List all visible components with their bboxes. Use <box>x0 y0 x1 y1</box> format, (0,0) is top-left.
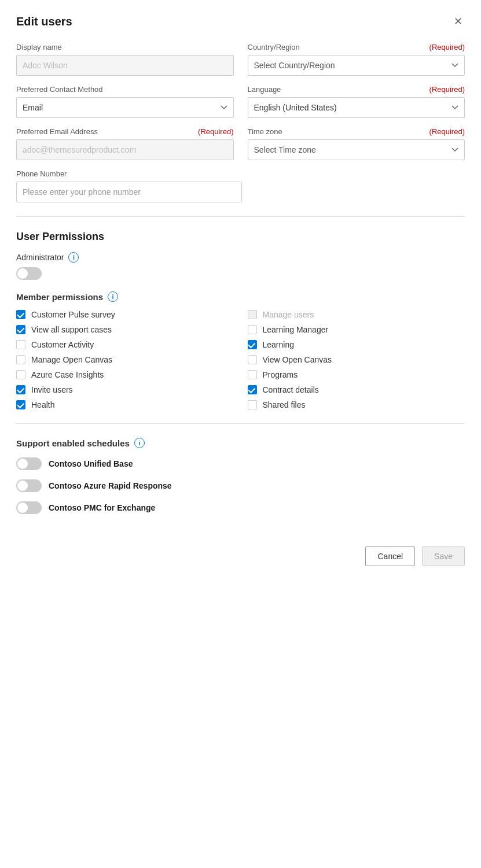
checkbox-customer-activity[interactable] <box>16 340 25 349</box>
phone-label: Phone Number <box>16 169 242 178</box>
checkbox-azure-case-insights[interactable] <box>16 370 25 379</box>
email-required: (Required) <box>198 127 233 136</box>
country-label: Country/Region <box>248 43 300 51</box>
permission-customer-activity: Customer Activity <box>16 340 234 349</box>
label-programs: Programs <box>263 370 298 379</box>
contact-method-select[interactable]: Email <box>16 97 234 118</box>
email-label: Preferred Email Address <box>16 127 98 136</box>
toggle-contoso-azure[interactable] <box>16 479 42 492</box>
label-learning-manager: Learning Manager <box>263 325 329 334</box>
permission-learning: Learning <box>248 340 465 349</box>
checkbox-learning-manager[interactable] <box>248 325 257 334</box>
close-button[interactable]: ✕ <box>451 14 465 29</box>
country-select[interactable]: Select Country/Region <box>248 55 465 76</box>
permission-azure-case-insights: Azure Case Insights <box>16 370 234 379</box>
country-required: (Required) <box>429 43 465 51</box>
slider-contoso-unified <box>16 457 42 470</box>
modal-header: Edit users ✕ <box>16 14 465 29</box>
language-label: Language <box>248 85 281 94</box>
label-shared-files: Shared files <box>263 400 306 409</box>
edit-users-modal: Edit users ✕ Display name Country/Region… <box>0 0 481 868</box>
permission-programs: Programs <box>248 370 465 379</box>
permission-learning-manager: Learning Manager <box>248 325 465 334</box>
label-contoso-pmc: Contoso PMC for Exchange <box>49 503 155 512</box>
label-contoso-unified: Contoso Unified Base <box>49 459 133 468</box>
timezone-select[interactable]: Select Time zone <box>248 139 465 160</box>
checkbox-view-all-support[interactable] <box>16 325 25 334</box>
admin-toggle-slider <box>16 267 42 280</box>
member-permissions-header: Member permissions i <box>16 291 465 302</box>
checkbox-manage-open-canvas[interactable] <box>16 355 25 364</box>
modal-title: Edit users <box>16 15 72 28</box>
admin-toggle-container <box>16 267 42 280</box>
label-customer-pulse: Customer Pulse survey <box>31 310 115 319</box>
checkbox-contract-details[interactable] <box>248 385 257 394</box>
label-contract-details: Contract details <box>263 385 319 394</box>
checkbox-programs[interactable] <box>248 370 257 379</box>
member-permissions-info-icon[interactable]: i <box>108 291 118 302</box>
permission-contract-details: Contract details <box>248 385 465 394</box>
email-group: Preferred Email Address (Required) <box>16 127 234 160</box>
label-manage-open-canvas: Manage Open Canvas <box>31 355 112 364</box>
section-divider-2 <box>16 423 465 424</box>
save-button[interactable]: Save <box>422 546 465 566</box>
label-view-all-support: View all support cases <box>31 325 112 334</box>
label-learning: Learning <box>263 340 295 349</box>
slider-contoso-pmc <box>16 501 42 514</box>
phone-group: Phone Number <box>16 169 242 202</box>
display-name-input[interactable] <box>16 55 234 76</box>
language-select[interactable]: English (United States) <box>248 97 465 118</box>
contact-method-group: Preferred Contact Method Email <box>16 85 234 118</box>
label-view-open-canvas: View Open Canvas <box>263 355 332 364</box>
admin-info-icon[interactable]: i <box>68 252 79 263</box>
permission-view-open-canvas: View Open Canvas <box>248 355 465 364</box>
checkbox-customer-pulse[interactable] <box>16 310 25 319</box>
timezone-group: Time zone (Required) Select Time zone <box>248 127 465 160</box>
toggle-contoso-pmc[interactable] <box>16 501 42 514</box>
schedule-contoso-pmc: Contoso PMC for Exchange <box>16 501 465 514</box>
label-manage-users: Manage users <box>263 310 314 319</box>
permission-view-all-support: View all support cases <box>16 325 234 334</box>
modal-footer: Cancel Save <box>16 537 465 566</box>
support-schedules-header: Support enabled schedules i <box>16 438 465 448</box>
slider-contoso-azure <box>16 479 42 492</box>
permission-manage-users: Manage users <box>248 310 465 319</box>
permission-shared-files: Shared files <box>248 400 465 409</box>
schedule-contoso-azure: Contoso Azure Rapid Response <box>16 479 465 492</box>
email-input[interactable] <box>16 139 234 160</box>
checkbox-manage-users[interactable] <box>248 310 257 319</box>
toggle-contoso-unified[interactable] <box>16 457 42 470</box>
checkbox-health[interactable] <box>16 400 25 409</box>
label-invite-users: Invite users <box>31 385 73 394</box>
language-group: Language (Required) English (United Stat… <box>248 85 465 118</box>
permissions-grid: Customer Pulse survey Manage users View … <box>16 310 465 409</box>
country-group: Country/Region (Required) Select Country… <box>248 43 465 76</box>
checkbox-shared-files[interactable] <box>248 400 257 409</box>
support-schedules-section: Support enabled schedules i Contoso Unif… <box>16 438 465 514</box>
schedule-contoso-unified: Contoso Unified Base <box>16 457 465 470</box>
label-azure-case-insights: Azure Case Insights <box>31 370 104 379</box>
permission-manage-open-canvas: Manage Open Canvas <box>16 355 234 364</box>
phone-input[interactable] <box>16 182 242 202</box>
checkbox-invite-users[interactable] <box>16 385 25 394</box>
form-fields: Display name Country/Region (Required) S… <box>16 43 465 160</box>
permission-invite-users: Invite users <box>16 385 234 394</box>
checkbox-learning[interactable] <box>248 340 257 349</box>
user-permissions-section: User Permissions Administrator i Member … <box>16 231 465 409</box>
user-permissions-title: User Permissions <box>16 231 465 243</box>
cancel-button[interactable]: Cancel <box>365 546 415 566</box>
permission-customer-pulse: Customer Pulse survey <box>16 310 234 319</box>
checkbox-view-open-canvas[interactable] <box>248 355 257 364</box>
section-divider <box>16 216 465 217</box>
display-name-group: Display name <box>16 43 234 76</box>
admin-label-row: Administrator i <box>16 252 465 263</box>
member-permissions-label: Member permissions <box>16 292 103 302</box>
contact-method-label: Preferred Contact Method <box>16 85 234 94</box>
timezone-label: Time zone <box>248 127 282 136</box>
permission-health: Health <box>16 400 234 409</box>
support-schedules-info-icon[interactable]: i <box>134 438 145 448</box>
language-required: (Required) <box>429 85 465 94</box>
display-name-label: Display name <box>16 43 234 51</box>
admin-toggle[interactable] <box>16 267 42 280</box>
label-customer-activity: Customer Activity <box>31 340 94 349</box>
